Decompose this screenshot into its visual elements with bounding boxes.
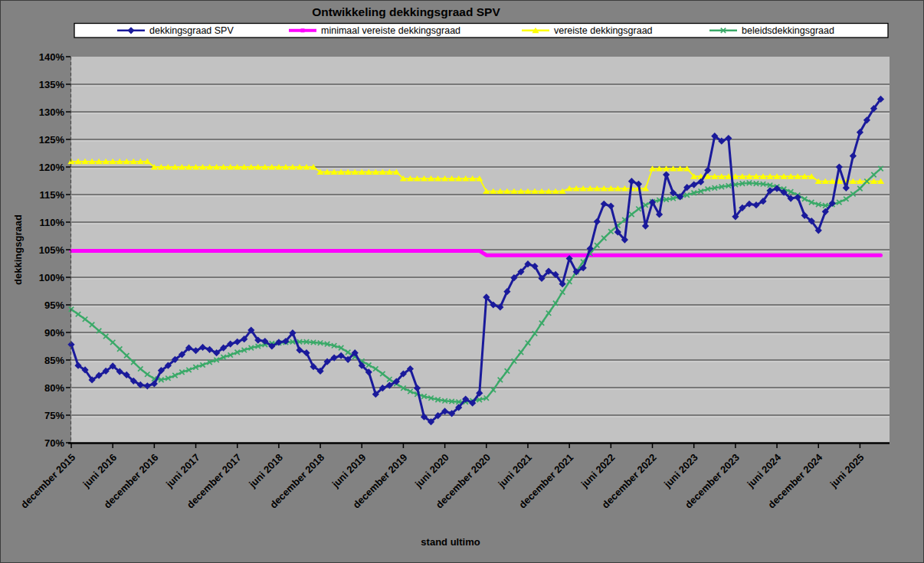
- legend-label: dekkingsgraad SPV: [149, 25, 234, 36]
- legend-label: minimaal vereiste dekkingsgraad: [321, 25, 460, 36]
- y-tick-label: 85%: [44, 355, 64, 366]
- y-tick-label: 80%: [44, 382, 64, 394]
- y-tick-label: 100%: [39, 272, 65, 283]
- y-tick-label: 95%: [44, 300, 64, 311]
- chart-canvas: 140%135%130%125%120%115%110%105%100%95%9…: [0, 0, 924, 563]
- y-tick-label: 125%: [39, 134, 65, 146]
- y-tick-label: 120%: [39, 162, 65, 173]
- y-tick-label: 135%: [39, 79, 65, 90]
- y-tick-label: 105%: [39, 244, 65, 256]
- chart-title: Ontwikkeling dekkingsgraad SPV: [312, 5, 500, 18]
- dekkingsgraad-chart: 140%135%130%125%120%115%110%105%100%95%9…: [1, 1, 923, 562]
- y-tick-label: 90%: [44, 327, 64, 339]
- x-axis-title: stand ultimo: [421, 536, 480, 548]
- y-tick-label: 140%: [39, 51, 65, 63]
- y-tick-label: 70%: [44, 437, 64, 449]
- y-axis-title: dekkingsgraad: [12, 214, 24, 285]
- y-tick-label: 75%: [44, 410, 64, 421]
- legend-label: beleidsdekkingsgraad: [742, 25, 834, 36]
- y-tick-label: 110%: [39, 217, 64, 228]
- legend: dekkingsgraad SPVminimaal vereiste dekki…: [74, 24, 888, 38]
- legend-label: vereiste dekkingsgraad: [554, 25, 653, 36]
- y-tick-label: 130%: [39, 106, 65, 118]
- marker-square: [301, 28, 305, 32]
- y-tick-label: 115%: [39, 189, 64, 201]
